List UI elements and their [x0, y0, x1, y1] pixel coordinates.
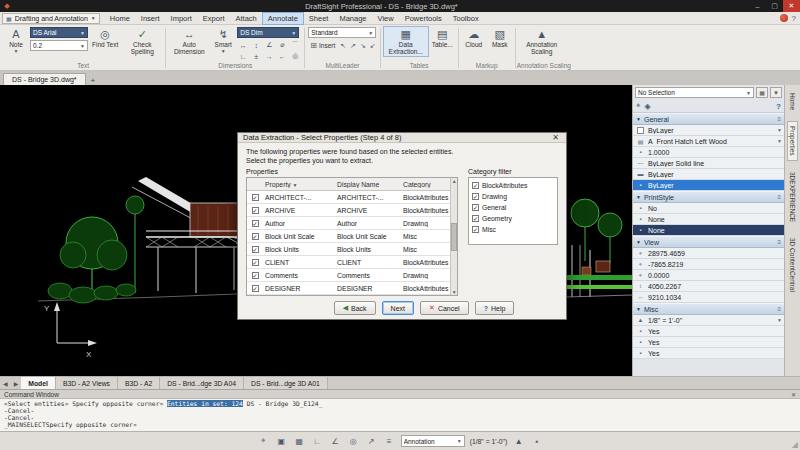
- dialog-close-button[interactable]: ✕: [550, 133, 561, 142]
- category-checkbox[interactable]: [472, 182, 479, 189]
- data-extraction-button[interactable]: ▦ Data Extraction...: [384, 27, 428, 56]
- dimension-style-combo[interactable]: DS Dim ▼: [237, 27, 299, 38]
- property-row-linestyle[interactable]: — ByLayer Solid line: [633, 158, 784, 169]
- scroll-up-icon[interactable]: ▲: [452, 178, 457, 184]
- property-row-center-y[interactable]: ⌖ -7865.8219: [633, 259, 784, 270]
- property-row-color[interactable]: ByLayer ▼: [633, 125, 784, 136]
- minimize-button[interactable]: –: [749, 0, 766, 12]
- ordinate-dimension-icon[interactable]: ∟: [237, 51, 249, 61]
- menu-export[interactable]: Export: [198, 13, 230, 24]
- aligned-dimension-icon[interactable]: ↕: [250, 40, 262, 50]
- multileader-align-icon[interactable]: ↘: [359, 41, 367, 51]
- auto-dimension-button[interactable]: ↔ Auto Dimension: [169, 27, 209, 56]
- command-window-title-bar[interactable]: Command Window ✕: [0, 390, 800, 399]
- section-printstyle[interactable]: ▼ PrintStyle ≡: [633, 191, 784, 203]
- property-row-printstyle-attached[interactable]: ▪ None: [633, 225, 784, 236]
- etrack-icon[interactable]: ↗: [365, 437, 378, 446]
- selection-combo[interactable]: No Selection ▼: [635, 87, 754, 98]
- row-checkbox[interactable]: [252, 233, 259, 240]
- pointer-icon[interactable]: ⌖: [257, 436, 270, 446]
- sheet-tab[interactable]: B3D - A2 Views: [56, 377, 118, 389]
- continue-dimension-icon[interactable]: ←: [276, 51, 288, 61]
- new-tab-button[interactable]: +: [86, 76, 101, 85]
- category-checkbox[interactable]: [472, 193, 479, 200]
- maximize-button[interactable]: ▢: [766, 0, 783, 12]
- command-log[interactable]: «Select entities» Specify opposite corne…: [0, 399, 800, 431]
- quick-select-button[interactable]: ▦: [756, 87, 768, 98]
- property-row-ucs-origin[interactable]: ▪ Yes: [633, 337, 784, 348]
- lock-ui-icon[interactable]: ▪: [530, 437, 543, 446]
- sheet-tab[interactable]: DS - Brid...dge 3D A01: [244, 377, 328, 389]
- menu-insert[interactable]: Insert: [136, 13, 165, 24]
- table-row[interactable]: DESIGNER DESIGNER BlockAttributes: [247, 282, 450, 295]
- workspace-selector[interactable]: ▦ Drafting and Annotation ▼: [2, 13, 100, 24]
- annotation-scaling-button[interactable]: ▲ Annotation Scaling: [519, 27, 565, 56]
- property-row-ucs-viewport[interactable]: ▪ Yes: [633, 348, 784, 359]
- category-option[interactable]: Misc: [472, 224, 554, 235]
- esnap-icon[interactable]: ◎: [347, 437, 360, 446]
- section-view[interactable]: ▼ View ≡: [633, 236, 784, 248]
- match-properties-icon[interactable]: ◈: [645, 102, 651, 111]
- menu-powertools[interactable]: Powertools: [400, 13, 447, 24]
- linear-dimension-icon[interactable]: ↔: [237, 40, 249, 50]
- scroll-down-icon[interactable]: ▼: [452, 289, 457, 295]
- column-header-display-name[interactable]: Display Name: [335, 181, 401, 188]
- menu-manage[interactable]: Manage: [334, 13, 371, 24]
- category-checkbox[interactable]: [472, 204, 479, 211]
- 3dexperience-icon[interactable]: [780, 14, 788, 22]
- annotation-visibility-icon[interactable]: ▲: [512, 437, 525, 446]
- multileader-remove-icon[interactable]: ↗: [349, 41, 357, 51]
- category-checkbox[interactable]: [472, 215, 479, 222]
- section-misc[interactable]: ▼ Misc ≡: [633, 303, 784, 315]
- pin-panel-button[interactable]: ▼: [770, 87, 782, 98]
- multileader-add-icon[interactable]: ↖: [339, 41, 347, 51]
- check-spelling-button[interactable]: ✓ Check Spelling: [122, 27, 162, 56]
- row-checkbox[interactable]: [252, 194, 259, 201]
- table-row[interactable]: CLIENT CLIENT BlockAttributes: [247, 256, 450, 269]
- row-checkbox[interactable]: [252, 259, 259, 266]
- sheet-tab[interactable]: DS - Brid...dge 3D A04: [160, 377, 244, 389]
- grid-icon[interactable]: ▦: [293, 437, 306, 446]
- table-row[interactable]: Block Unit Scale Block Unit Scale Misc: [247, 230, 450, 243]
- section-general[interactable]: ▼ General ≡: [633, 113, 784, 125]
- lineweight-icon[interactable]: ≡: [383, 437, 396, 446]
- row-checkbox[interactable]: [252, 246, 259, 253]
- close-icon[interactable]: ✕: [791, 391, 796, 398]
- property-row-lineweight[interactable]: ▬ ByLayer: [633, 169, 784, 180]
- menu-import[interactable]: Import: [166, 13, 197, 24]
- menu-annotate[interactable]: Annotate: [263, 13, 303, 24]
- property-row-height[interactable]: ↕ 4050.2267: [633, 281, 784, 292]
- tolerance-icon[interactable]: ±: [250, 51, 262, 61]
- multileader-collect-icon[interactable]: ↙: [369, 41, 377, 51]
- cancel-button[interactable]: ✕ Cancel: [420, 301, 469, 315]
- tab-scroll-right-icon[interactable]: ▶: [11, 380, 22, 387]
- help-button[interactable]: ? Help: [475, 301, 515, 315]
- rail-tab-home[interactable]: Home: [788, 89, 797, 114]
- rail-tab-properties[interactable]: Properties: [788, 122, 797, 160]
- property-row-printstyle-table[interactable]: ▪ None: [633, 214, 784, 225]
- find-text-button[interactable]: ◎ Find Text: [90, 27, 120, 49]
- mask-button[interactable]: ▧ Mask: [488, 27, 512, 49]
- rail-tab-contentcentral[interactable]: 3D ContentCentral: [788, 234, 797, 296]
- table-row[interactable]: Block Units Block Units Misc: [247, 243, 450, 256]
- category-option[interactable]: Geometry: [472, 213, 554, 224]
- drawing-canvas[interactable]: Y X Data Extraction - Select Properties …: [0, 85, 632, 376]
- column-header-category[interactable]: Category: [401, 181, 450, 188]
- arc-dimension-icon[interactable]: ⌒: [289, 40, 301, 50]
- property-row-center-z[interactable]: ⌖ 0.0000: [633, 270, 784, 281]
- select-entities-icon[interactable]: ⌖: [636, 101, 641, 111]
- menu-attach[interactable]: Attach: [231, 13, 262, 24]
- document-tab[interactable]: DS - Bridge 3D.dwg*: [3, 73, 86, 85]
- smart-dimension-button[interactable]: ↯ Smart ▼: [211, 27, 235, 56]
- text-style-combo[interactable]: DS Arial ▼: [30, 27, 88, 38]
- annotation-scale-combo[interactable]: Annotation ▼: [401, 435, 465, 447]
- table-row[interactable]: Comments Comments Drawing: [247, 269, 450, 282]
- menu-sheet[interactable]: Sheet: [304, 13, 334, 24]
- category-option[interactable]: General: [472, 202, 554, 213]
- angular-dimension-icon[interactable]: ∠: [263, 40, 275, 50]
- resize-grip[interactable]: ◢: [792, 440, 798, 449]
- table-row[interactable]: ARCHIVE ARCHIVE BlockAttributes: [247, 204, 450, 217]
- snap-icon[interactable]: ▣: [275, 437, 288, 446]
- tab-scroll-left-icon[interactable]: ◀: [0, 380, 11, 387]
- multileader-style-combo[interactable]: Standard ▼: [308, 27, 376, 38]
